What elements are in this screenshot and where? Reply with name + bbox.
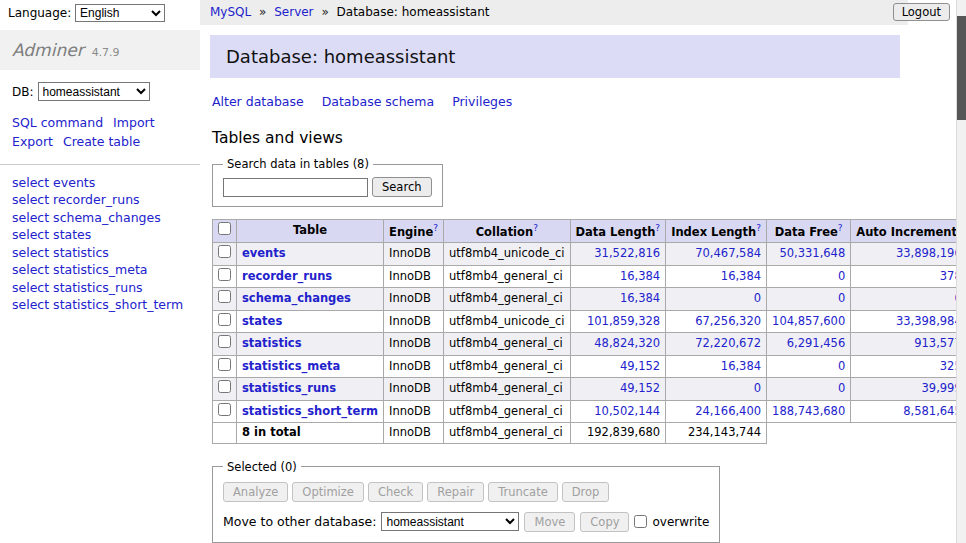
- data-length-value[interactable]: 101,859,328: [587, 314, 660, 328]
- row-checkbox[interactable]: [218, 335, 231, 348]
- copy-button[interactable]: Copy: [580, 512, 629, 532]
- data-length-value[interactable]: 49,152: [620, 359, 660, 373]
- row-checkbox[interactable]: [218, 403, 231, 416]
- row-checkbox[interactable]: [218, 268, 231, 281]
- overwrite-checkbox[interactable]: [634, 515, 647, 528]
- column-header-auto-increment: Auto Increment?: [851, 220, 966, 243]
- index-length-value[interactable]: 16,384: [721, 359, 761, 373]
- search-input[interactable]: [223, 178, 368, 197]
- bulk-check-button[interactable]: Check: [368, 482, 423, 502]
- db-selector: DB: homeassistant: [0, 70, 200, 111]
- language-select[interactable]: English: [75, 4, 165, 22]
- data-length-value[interactable]: 48,824,320: [594, 336, 660, 350]
- move-db-select[interactable]: homeassistant: [381, 512, 519, 531]
- data-length-value[interactable]: 31,522,816: [594, 246, 660, 260]
- row-checkbox[interactable]: [218, 380, 231, 393]
- index-length-value[interactable]: 70,467,584: [695, 246, 761, 260]
- data-length-value[interactable]: 16,384: [620, 269, 660, 283]
- table-name-link[interactable]: statistics_runs: [242, 381, 336, 395]
- auto-increment-value[interactable]: 8,581,645: [903, 404, 962, 418]
- row-checkbox[interactable]: [218, 245, 231, 258]
- index-length-value[interactable]: 67,256,320: [695, 314, 761, 328]
- column-help-link[interactable]: ?: [433, 223, 438, 233]
- move-button[interactable]: Move: [524, 512, 575, 532]
- index-length-value[interactable]: 0: [754, 381, 761, 395]
- scrollbar-thumb[interactable]: [957, 16, 966, 120]
- data-free-value[interactable]: 50,331,648: [779, 246, 845, 260]
- breadcrumb-mysql-link[interactable]: MySQL: [210, 5, 251, 19]
- create-table-link-sidebar[interactable]: Create table: [63, 134, 140, 149]
- table-name-link[interactable]: recorder_runs: [242, 269, 332, 283]
- table-name-link[interactable]: statistics: [242, 336, 302, 350]
- totals-label: 8 in total: [237, 423, 384, 444]
- db-action-link[interactable]: Alter database: [212, 94, 304, 109]
- logout-button[interactable]: Logout: [893, 3, 950, 21]
- index-length-value[interactable]: 72,220,672: [695, 336, 761, 350]
- auto-increment-cell: 8,581,645: [851, 400, 966, 423]
- sidebar-select-link[interactable]: select statistics: [12, 245, 188, 262]
- index-length-cell: 0: [666, 378, 767, 401]
- table-name-link[interactable]: schema_changes: [242, 291, 351, 305]
- index-length-value[interactable]: 24,166,400: [695, 404, 761, 418]
- select-all-checkbox[interactable]: [218, 222, 231, 235]
- bulk-truncate-button[interactable]: Truncate: [488, 482, 558, 502]
- bulk-repair-button[interactable]: Repair: [427, 482, 484, 502]
- column-help-link[interactable]: ?: [533, 223, 538, 233]
- column-help-link[interactable]: ?: [838, 223, 843, 233]
- data-free-value[interactable]: 6,291,456: [787, 336, 846, 350]
- table-name-link[interactable]: statistics_meta: [242, 359, 340, 373]
- bulk-optimize-button[interactable]: Optimize: [292, 482, 364, 502]
- db-select[interactable]: homeassistant: [38, 82, 150, 101]
- auto-increment-value[interactable]: 33,898,196: [896, 246, 962, 260]
- column-help-link[interactable]: ?: [756, 223, 761, 233]
- row-checkbox[interactable]: [218, 313, 231, 326]
- table-name-link[interactable]: states: [242, 314, 282, 328]
- data-length-value[interactable]: 49,152: [620, 381, 660, 395]
- db-action-link[interactable]: Database schema: [322, 94, 434, 109]
- vertical-scrollbar[interactable]: [956, 0, 966, 543]
- sidebar-select-link[interactable]: select states: [12, 227, 188, 244]
- sidebar-select-link[interactable]: select events: [12, 175, 188, 192]
- table-name-link[interactable]: events: [242, 246, 286, 260]
- export-link[interactable]: Export: [12, 134, 53, 149]
- topbar: Language: English MySQL » Server » Datab…: [0, 0, 966, 25]
- import-link[interactable]: Import: [113, 115, 155, 130]
- breadcrumb-separator: »: [321, 5, 328, 19]
- db-action-link[interactable]: Privileges: [452, 94, 512, 109]
- search-button[interactable]: Search: [372, 177, 432, 197]
- row-checkbox[interactable]: [218, 290, 231, 303]
- auto-increment-value[interactable]: 33,398,984: [896, 314, 962, 328]
- column-help-link[interactable]: ?: [655, 223, 660, 233]
- data-free-value[interactable]: 0: [838, 269, 845, 283]
- data-free-value[interactable]: 104,857,600: [772, 314, 845, 328]
- data-length-value[interactable]: 10,502,144: [594, 404, 660, 418]
- data-free-value[interactable]: 0: [838, 359, 845, 373]
- sidebar-select-link[interactable]: select schema_changes: [12, 210, 188, 227]
- auto-increment-value[interactable]: 913,577: [914, 336, 962, 350]
- data-length-value[interactable]: 16,384: [620, 291, 660, 305]
- index-length-value[interactable]: 0: [754, 291, 761, 305]
- index-length-cell: 24,166,400: [666, 400, 767, 423]
- data-free-value[interactable]: 0: [838, 381, 845, 395]
- adminer-brand: Adminer 4.7.9: [0, 30, 200, 70]
- bulk-analyze-button[interactable]: Analyze: [223, 482, 288, 502]
- data-free-value[interactable]: 188,743,680: [772, 404, 845, 418]
- sidebar-select-link[interactable]: select statistics_meta: [12, 262, 188, 279]
- row-checkbox[interactable]: [218, 358, 231, 371]
- column-header-label: Engine: [389, 225, 433, 239]
- sidebar-select-link[interactable]: select statistics_runs: [12, 280, 188, 297]
- sql-command-link[interactable]: SQL command: [12, 115, 103, 130]
- table-name-link[interactable]: statistics_short_term: [242, 404, 378, 418]
- index-length-cell: 67,256,320: [666, 310, 767, 333]
- collation-cell: utf8mb4_unicode_ci: [444, 243, 571, 266]
- sidebar-select-link[interactable]: select statistics_short_term: [12, 297, 188, 314]
- sidebar-select-link[interactable]: select recorder_runs: [12, 192, 188, 209]
- index-length-value[interactable]: 16,384: [721, 269, 761, 283]
- data-free-value[interactable]: 0: [838, 291, 845, 305]
- row-checkbox-cell: [213, 310, 237, 333]
- breadcrumb-server-link[interactable]: Server: [274, 5, 313, 19]
- selected-legend: Selected (0): [223, 460, 301, 474]
- bulk-drop-button[interactable]: Drop: [562, 482, 610, 502]
- adminer-logo-link[interactable]: Adminer: [12, 40, 84, 60]
- row-checkbox-cell: [213, 355, 237, 378]
